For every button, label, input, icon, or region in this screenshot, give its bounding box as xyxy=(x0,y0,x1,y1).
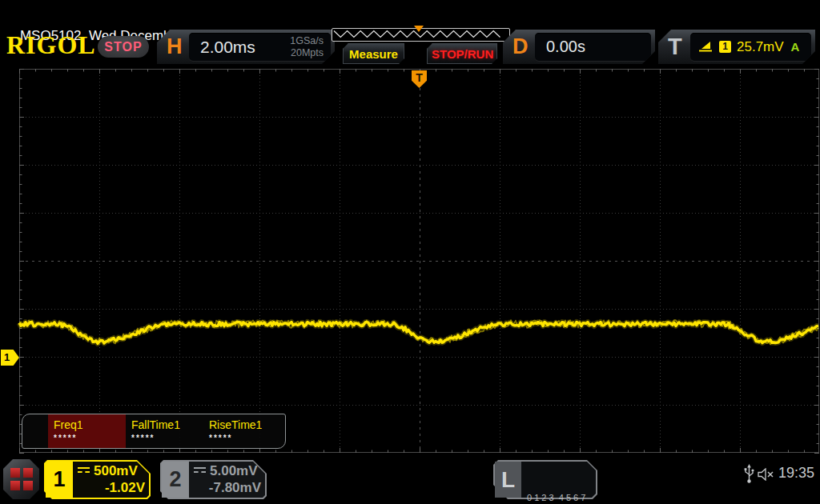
dc-coupling-icon xyxy=(194,467,206,476)
measurement-value: ***** xyxy=(54,434,126,442)
rigol-logo: RIGOL xyxy=(6,30,96,60)
measurement-label: RiseTime1 xyxy=(209,418,281,431)
header-bar: RIGOL STOP H 2.00ms 1GSa/s 20Mpts Measur… xyxy=(0,24,820,69)
delay-value: 0.00s xyxy=(546,38,585,56)
channel2-tab[interactable]: 2 5.00mV -7.80mV xyxy=(160,460,267,499)
logic-label: L xyxy=(495,462,521,498)
ch1-ground-marker[interactable]: 1 xyxy=(1,350,19,366)
channel2-scale: 5.00mV xyxy=(210,463,258,479)
channel1-scale: 500mV xyxy=(94,463,138,479)
preview-trigger-marker xyxy=(414,26,424,32)
trigger-label: T xyxy=(668,34,689,60)
measurement-value: ***** xyxy=(209,434,281,442)
measurement-panel: Freq1 ***** FallTime1 ***** RiseTime1 **… xyxy=(22,414,286,449)
trigger-slope-icon xyxy=(698,41,713,53)
channel2-values: 5.00mV -7.80mV xyxy=(194,463,261,496)
menu-button[interactable] xyxy=(3,459,39,499)
ch1-waveform xyxy=(19,69,819,453)
memory-depth: 20Mpts xyxy=(290,47,324,58)
clock: 19:35 xyxy=(778,465,814,482)
channel1-tab[interactable]: 1 500mV -1.02V xyxy=(44,460,151,499)
trigger-mode: A xyxy=(791,40,800,54)
timebase-value: 2.00ms xyxy=(200,38,255,57)
channel1-values: 500mV -1.02V xyxy=(78,463,145,496)
acquisition-info: 1GSa/s 20Mpts xyxy=(290,35,324,58)
trigger-box[interactable]: T 1 25.7mV A xyxy=(658,30,815,64)
measure-button[interactable]: Measure xyxy=(343,43,404,64)
measurement-freq1[interactable]: Freq1 ***** xyxy=(48,414,126,448)
trigger-source-badge: 1 xyxy=(719,41,731,53)
timebase-inner: 2.00ms 1GSa/s 20Mpts xyxy=(189,33,331,61)
horizontal-label: H xyxy=(167,34,187,59)
usb-icon[interactable] xyxy=(743,464,755,485)
logic-channel-numbers: 0 1 2 3 4 5 6 7 8 9 10 11 12 13 14 15 xyxy=(527,465,594,504)
grid-menu-icon xyxy=(10,468,33,490)
trigger-inner: 1 25.7mV A xyxy=(690,33,811,61)
stop-run-button[interactable]: STOP/RUN xyxy=(427,43,497,64)
logic-row-1: 0 1 2 3 4 5 6 7 xyxy=(527,491,594,504)
measurement-label: FallTime1 xyxy=(131,418,203,431)
channel2-number: 2 xyxy=(162,462,189,498)
measurement-risetime1[interactable]: RiseTime1 ***** xyxy=(203,414,281,448)
measurement-falltime1[interactable]: FallTime1 ***** xyxy=(126,414,203,448)
channel1-offset: -1.02V xyxy=(78,480,145,496)
delay-box[interactable]: D 0.00s xyxy=(503,30,655,64)
bottom-bar: 1 500mV -1.02V 2 5.00mV -7.80mV xyxy=(0,454,820,504)
measurement-value: ***** xyxy=(131,434,203,442)
channel2-offset: -7.80mV xyxy=(194,480,261,496)
logic-channels-tab[interactable]: L 0 1 2 3 4 5 6 7 8 9 10 11 12 13 14 15 xyxy=(493,460,597,499)
channel1-number: 1 xyxy=(46,462,73,498)
graticule: T 1 Freq1 ***** FallTime1 ***** RiseTime… xyxy=(0,69,820,453)
horizontal-timebase-box[interactable]: H 2.00ms 1GSa/s 20Mpts xyxy=(157,30,335,64)
delay-label: D xyxy=(512,34,533,59)
speaker-muted-icon[interactable] xyxy=(758,468,775,481)
oscilloscope-screen: MSO5102 Wed December 17 19:35:32 2025 RI… xyxy=(0,0,820,504)
sample-rate: 1GSa/s xyxy=(290,35,324,46)
trigger-level-value: 25.7mV xyxy=(737,39,784,55)
measurement-label: Freq1 xyxy=(54,418,126,431)
titlebar: MSO5102 Wed December 17 19:35:32 2025 xyxy=(0,0,820,24)
measurement-spacer xyxy=(22,414,48,448)
run-state-badge: STOP xyxy=(98,36,149,58)
dc-coupling-icon xyxy=(78,467,90,476)
delay-inner: 0.00s xyxy=(535,33,651,61)
